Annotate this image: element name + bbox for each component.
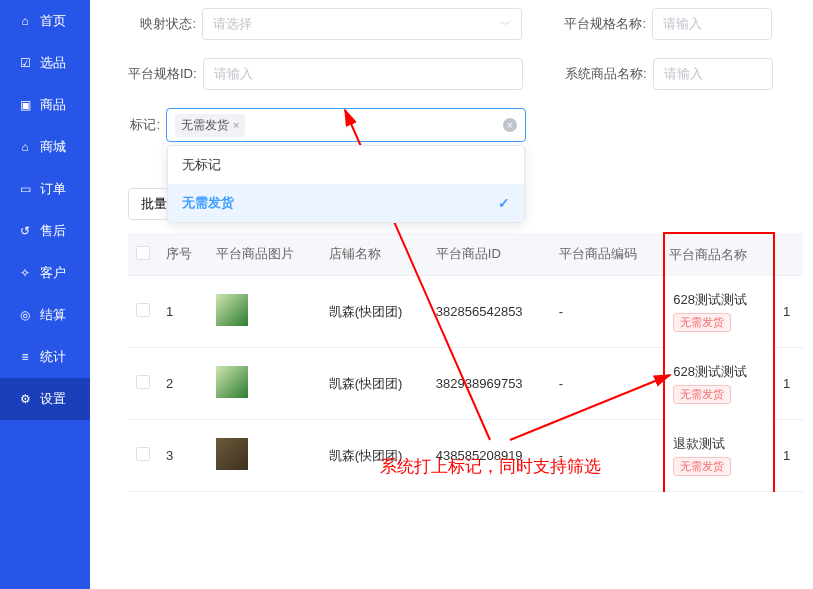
sidebar-item-mall[interactable]: ⌂商城 <box>0 126 90 168</box>
cell-pcode: - <box>551 348 665 420</box>
select-placeholder: 请选择 <box>213 15 252 33</box>
cell-pcode: - <box>551 276 665 348</box>
product-tag: 无需发货 <box>673 313 731 332</box>
stats-icon: ≡ <box>18 350 32 364</box>
cell-seq: 1 <box>158 276 208 348</box>
col-last <box>774 233 803 276</box>
sidebar-item-label: 结算 <box>40 306 66 324</box>
sidebar-item-stats[interactable]: ≡统计 <box>0 336 90 378</box>
sidebar-item-label: 售后 <box>40 222 66 240</box>
select-all-checkbox[interactable] <box>136 246 150 260</box>
sidebar-item-settings[interactable]: ⚙设置 <box>0 378 90 420</box>
cell-name: 628测试测试无需发货 <box>664 276 774 348</box>
mapping-status-select[interactable]: 请选择 ﹀ <box>202 8 522 40</box>
tag-dropdown: 无标记 无需发货 ✓ <box>167 145 525 223</box>
product-name: 退款测试 <box>673 435 765 453</box>
cell-image <box>208 420 320 492</box>
cell-shop: 凯森(快团团) <box>321 348 428 420</box>
row-checkbox[interactable] <box>136 447 150 461</box>
tag-label: 标记: <box>128 116 160 134</box>
selected-tag: 无需发货 × <box>175 114 245 137</box>
cell-last: 1 <box>774 348 803 420</box>
check-icon: ✓ <box>498 195 510 211</box>
main-content: 映射状态: 请选择 ﹀ 平台规格名称: 请输入 平台规格ID: 请输入 系统商品… <box>90 0 813 492</box>
sidebar-item-label: 设置 <box>40 390 66 408</box>
product-tag: 无需发货 <box>673 385 731 404</box>
aftersale-icon: ↺ <box>18 224 32 238</box>
platform-spec-name-input[interactable]: 请输入 <box>652 8 772 40</box>
dropdown-option-no-ship[interactable]: 无需发货 ✓ <box>168 184 524 222</box>
product-image <box>216 294 248 326</box>
product-image <box>216 366 248 398</box>
col-image: 平台商品图片 <box>208 233 320 276</box>
sidebar-item-aftersale[interactable]: ↺售后 <box>0 210 90 252</box>
product-name: 628测试测试 <box>673 291 765 309</box>
chevron-down-icon: ﹀ <box>500 17 511 32</box>
settings-icon: ⚙ <box>18 392 32 406</box>
system-prod-name-input[interactable]: 请输入 <box>653 58 773 90</box>
col-seq: 序号 <box>158 233 208 276</box>
table-row: 1凯森(快团团)382856542853-628测试测试无需发货1 <box>128 276 803 348</box>
tag-remove-icon[interactable]: × <box>233 119 239 131</box>
sidebar-item-label: 首页 <box>40 12 66 30</box>
sidebar: ⌂首页 ☑选品 ▣商品 ⌂商城 ▭订单 ↺售后 ✧客户 ◎结算 ≡统计 ⚙设置 <box>0 0 90 589</box>
clear-icon[interactable]: × <box>503 118 517 132</box>
sidebar-item-label: 客户 <box>40 264 66 282</box>
row-checkbox[interactable] <box>136 375 150 389</box>
sidebar-item-label: 统计 <box>40 348 66 366</box>
col-name: 平台商品名称 <box>664 233 774 276</box>
dropdown-option-no-tag[interactable]: 无标记 <box>168 146 524 184</box>
cell-seq: 3 <box>158 420 208 492</box>
home-icon: ⌂ <box>18 14 32 28</box>
settle-icon: ◎ <box>18 308 32 322</box>
cell-image <box>208 348 320 420</box>
platform-spec-id-label: 平台规格ID: <box>128 65 197 83</box>
mapping-status-label: 映射状态: <box>128 15 196 33</box>
sidebar-item-order[interactable]: ▭订单 <box>0 168 90 210</box>
product-name: 628测试测试 <box>673 363 765 381</box>
cell-last: 1 <box>774 420 803 492</box>
product-table: 序号 平台商品图片 店铺名称 平台商品ID 平台商品编码 平台商品名称 1凯森(… <box>128 232 803 492</box>
product-image <box>216 438 248 470</box>
product-tag: 无需发货 <box>673 457 731 476</box>
customer-icon: ✧ <box>18 266 32 280</box>
cell-pid: 382938969753 <box>428 348 551 420</box>
col-shop: 店铺名称 <box>321 233 428 276</box>
platform-spec-name-label: 平台规格名称: <box>558 15 646 33</box>
table-header-row: 序号 平台商品图片 店铺名称 平台商品ID 平台商品编码 平台商品名称 <box>128 233 803 276</box>
cell-last: 1 <box>774 276 803 348</box>
sidebar-item-product[interactable]: ▣商品 <box>0 84 90 126</box>
annotation-text: 系统打上标记，同时支持筛选 <box>380 455 601 478</box>
cell-name: 628测试测试无需发货 <box>664 348 774 420</box>
cell-name: 退款测试无需发货 <box>664 420 774 492</box>
sidebar-item-customer[interactable]: ✧客户 <box>0 252 90 294</box>
sidebar-item-settle[interactable]: ◎结算 <box>0 294 90 336</box>
cell-image <box>208 276 320 348</box>
table-row: 2凯森(快团团)382938969753-628测试测试无需发货1 <box>128 348 803 420</box>
product-icon: ▣ <box>18 98 32 112</box>
cell-shop: 凯森(快团团) <box>321 276 428 348</box>
system-prod-name-label: 系统商品名称: <box>559 65 647 83</box>
sidebar-item-label: 订单 <box>40 180 66 198</box>
col-pcode: 平台商品编码 <box>551 233 665 276</box>
cell-pid: 382856542853 <box>428 276 551 348</box>
mall-icon: ⌂ <box>18 140 32 154</box>
row-checkbox[interactable] <box>136 303 150 317</box>
sidebar-item-label: 选品 <box>40 54 66 72</box>
tag-select[interactable]: 无需发货 × × 无标记 无需发货 ✓ <box>166 108 526 142</box>
col-pid: 平台商品ID <box>428 233 551 276</box>
sidebar-item-label: 商城 <box>40 138 66 156</box>
sidebar-item-select[interactable]: ☑选品 <box>0 42 90 84</box>
sidebar-item-label: 商品 <box>40 96 66 114</box>
select-icon: ☑ <box>18 56 32 70</box>
order-icon: ▭ <box>18 182 32 196</box>
tag-text: 无需发货 <box>181 117 229 134</box>
sidebar-item-home[interactable]: ⌂首页 <box>0 0 90 42</box>
platform-spec-id-input[interactable]: 请输入 <box>203 58 523 90</box>
cell-seq: 2 <box>158 348 208 420</box>
